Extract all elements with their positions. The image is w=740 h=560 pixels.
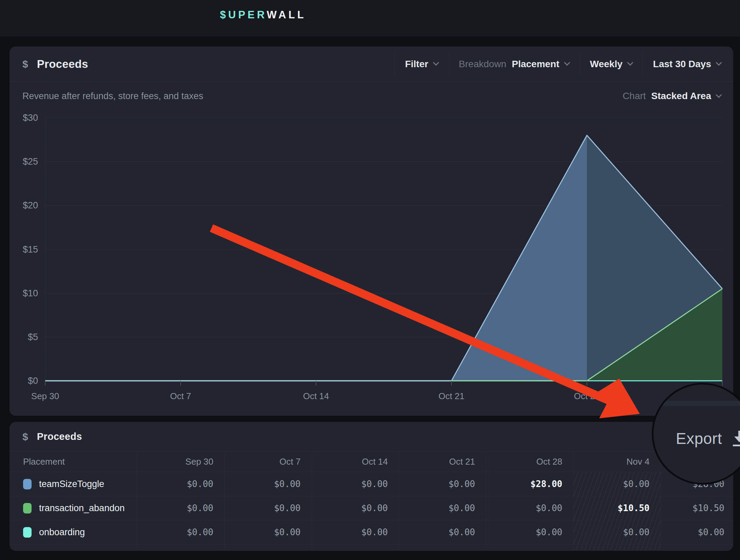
dollar-icon: $ [22,58,28,70]
breakdown-dropdown[interactable]: Breakdown Placement [449,46,579,81]
value-cell-provisional: $0.00 [573,472,661,496]
value-cell: $0.00 [224,520,312,544]
chart-subtitle: Revenue after refunds, store fees, and t… [22,91,203,101]
table-row[interactable]: transaction_abandon $0.00 $0.00 $0.00 $0… [10,496,733,520]
filter-label: Filter [405,59,428,70]
column-header-oct21[interactable]: Oct 21 [399,452,486,472]
table-title: Proceeds [37,431,82,442]
chart-panel-header: $ Proceeds Filter Breakdown Placement We… [10,46,733,82]
superwall-logo[interactable]: $UPERWALL [220,9,306,21]
download-icon [732,430,740,447]
total-cell: $0.00 [661,520,733,544]
chevron-down-icon [433,59,439,66]
table-panel-header: $ Proceeds [10,422,733,451]
placement-name: transaction_abandon [39,503,125,514]
chart-type-dropdown[interactable]: Chart Stacked Area [623,91,721,101]
table-row[interactable]: teamSizeToggle $0.00 $0.00 $0.00 $0.00 $… [10,472,733,496]
value-cell-provisional: $10.50 [573,496,661,520]
value-cell: $0.00 [312,520,399,544]
value-cell: $0.00 [224,496,312,520]
breakdown-value: Placement [512,59,559,70]
date-range-value: Last 30 Days [653,59,711,70]
value-cell: $0.00 [224,472,312,496]
legend-swatch-blue [23,479,32,489]
logo-accent-text: $UPER [220,9,267,21]
chevron-down-icon [627,59,633,66]
chevron-down-icon [716,92,722,98]
total-cell: $10.50 [661,496,733,520]
chevron-down-icon [564,59,570,66]
column-header-sep30[interactable]: Sep 30 [137,452,224,472]
chart-type-value: Stacked Area [651,91,711,101]
column-header-oct7[interactable]: Oct 7 [224,452,312,472]
chart-controls: Filter Breakdown Placement Weekly Last 3… [394,46,721,81]
chart-type-label: Chart [623,91,646,101]
value-cell: $0.00 [399,520,486,544]
chart-subheader: Revenue after refunds, store fees, and t… [10,82,733,101]
dollar-icon: $ [22,431,28,443]
value-cell: $0.00 [312,496,399,520]
logo-rest-text: WALL [267,9,306,21]
value-cell: $0.00 [399,472,486,496]
placement-name-cell: transaction_abandon [10,496,137,520]
date-range-dropdown[interactable]: Last 30 Days [643,46,721,81]
value-cell: $0.00 [312,472,399,496]
value-cell: $0.00 [137,520,224,544]
column-header-oct14[interactable]: Oct 14 [312,452,399,472]
table-header-row: Placement Sep 30 Oct 7 Oct 14 Oct 21 Oct… [10,452,733,472]
placement-name-cell: onboarding [10,520,137,544]
column-header-nov4[interactable]: Nov 4 [573,452,661,472]
chevron-down-icon [716,59,722,66]
table-padding-row [10,544,733,550]
placement-name: onboarding [39,527,85,538]
legend-swatch-green [23,503,32,514]
legend-swatch-cyan [23,527,32,538]
interval-value: Weekly [590,59,623,70]
value-cell: $0.00 [486,496,573,520]
proceeds-table: Placement Sep 30 Oct 7 Oct 14 Oct 21 Oct… [10,451,733,550]
top-app-bar: $UPERWALL [0,0,740,37]
page-title: Proceeds [37,58,88,71]
value-cell: $0.00 [137,496,224,520]
placement-name: teamSizeToggle [39,479,104,489]
proceeds-table-panel: $ Proceeds Placement Sep 30 Oct 7 Oct 14… [10,422,733,551]
value-cell: $0.00 [399,496,486,520]
dashboard: $UPERWALL $ Proceeds Filter Breakdown Pl… [0,0,740,560]
column-header-oct28[interactable]: Oct 28 [486,452,573,472]
value-cell: $0.00 [486,520,573,544]
table-row[interactable]: onboarding $0.00 $0.00 $0.00 $0.00 $0.00… [10,520,733,544]
interval-dropdown[interactable]: Weekly [580,46,643,81]
proceeds-chart-panel: $ Proceeds Filter Breakdown Placement We… [10,46,733,416]
value-cell-provisional: $0.00 [573,520,661,544]
breakdown-label: Breakdown [459,59,506,70]
value-cell: $0.00 [137,472,224,496]
placement-name-cell: teamSizeToggle [10,472,137,496]
column-header-placement[interactable]: Placement [10,452,137,472]
export-button[interactable]: Export [676,429,722,448]
value-cell: $28.00 [486,472,573,496]
filter-dropdown[interactable]: Filter [395,46,448,81]
